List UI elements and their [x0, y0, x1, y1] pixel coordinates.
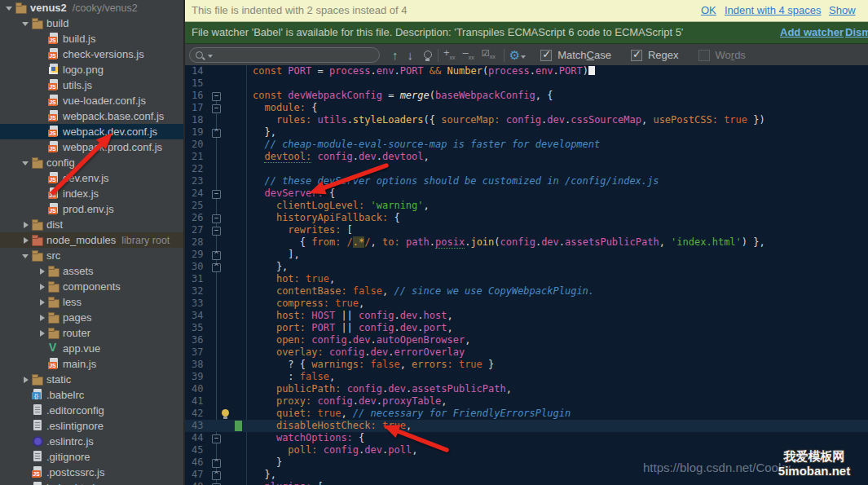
chevron-right-icon[interactable] [36, 328, 47, 339]
tree-item-main-js[interactable]: main.js [0, 356, 183, 372]
checkbox-icon[interactable] [540, 50, 552, 61]
chevron-right-icon[interactable] [20, 235, 31, 246]
tree-item-index-html[interactable]: index.html [0, 480, 183, 485]
tree-item-build[interactable]: build [0, 15, 183, 31]
select-all-occurrences-icon[interactable]: ☑xx [482, 47, 496, 63]
fold-open-icon[interactable]: − [212, 227, 221, 236]
code-line[interactable]: 17− module: { [185, 102, 868, 114]
tree-item-build-js[interactable]: build.js [0, 31, 183, 46]
watcher-banner-link-add-watcher[interactable]: Add watcher [780, 22, 844, 42]
tree-item-app-vue[interactable]: app.vue [0, 341, 183, 356]
chevron-right-icon[interactable] [36, 297, 47, 308]
toggle-match-case[interactable]: Match Case [540, 49, 611, 61]
code-line[interactable]: 43 disableHostCheck: true, [185, 420, 868, 432]
code-line[interactable]: 16−const devWebpackConfig = merge(baseWe… [185, 90, 868, 102]
toggle-words[interactable]: Words [698, 49, 746, 61]
fold-open-icon[interactable]: − [212, 190, 221, 199]
code-line[interactable]: 14const PORT = process.env.PORT && Numbe… [185, 65, 868, 77]
chevron-down-icon[interactable] [20, 18, 31, 29]
fold-open-icon[interactable]: − [212, 434, 221, 443]
tree-item-router[interactable]: router [0, 325, 183, 341]
tree-item--postcssrc-js[interactable]: .postcssrc.js [0, 465, 183, 480]
tree-item--babelrc[interactable]: .babelrc [0, 387, 183, 403]
code-line[interactable]: 22 [185, 163, 868, 175]
tree-item-prod-env-js[interactable]: prod.env.js [0, 201, 183, 217]
tree-item-logo-png[interactable]: logo.png [0, 62, 183, 77]
tree-item-venus2[interactable]: venus2/cooky/venus2 [0, 0, 183, 15]
search-history-chevron-icon[interactable] [208, 55, 213, 60]
fold-open-icon[interactable]: − [212, 104, 221, 113]
search-settings-gear-icon[interactable]: ⚙ [509, 48, 520, 63]
fold-open-icon[interactable]: − [212, 214, 221, 223]
code-editor[interactable]: 14const PORT = process.env.PORT && Numbe… [185, 65, 868, 485]
tree-item-webpack-base-conf-js[interactable]: webpack.base.conf.js [0, 108, 183, 124]
fold-close-icon[interactable]: ^ [212, 129, 221, 138]
code-line[interactable]: 25 clientLogLevel: 'warning', [185, 200, 868, 212]
toggle-regex[interactable]: Regex [631, 49, 679, 61]
remove-selection-icon[interactable]: –xx [463, 46, 474, 64]
tree-item-static[interactable]: static [0, 372, 183, 387]
previous-occurrence-icon[interactable]: ↑ [392, 49, 399, 61]
indent-banner-link-ok[interactable]: OK [701, 0, 716, 20]
chevron-right-icon[interactable] [36, 266, 47, 277]
tree-item-less[interactable]: less [0, 294, 183, 310]
tree-item-webpack-prod-conf-js[interactable]: webpack.prod.conf.js [0, 139, 183, 155]
code-line[interactable]: 42 quiet: true, // necessary for Friendl… [185, 408, 868, 420]
chevron-right-icon[interactable] [20, 219, 31, 231]
code-line[interactable]: 18 rules: utils.styleLoaders({ sourceMap… [185, 114, 868, 126]
code-line[interactable]: 19^ }, [185, 126, 868, 139]
indent-banner-link-show[interactable]: Show [829, 0, 856, 20]
tree-item-webpack-dev-conf-js[interactable]: webpack.dev.conf.js [0, 124, 183, 139]
tree-item-pages[interactable]: pages [0, 310, 183, 325]
tree-item--eslintrc-js[interactable]: .eslintrc.js [0, 434, 183, 449]
watcher-banner-link-dismiss[interactable]: Dismiss [845, 22, 868, 42]
fold-close-icon[interactable]: ^ [212, 263, 221, 272]
add-selection-icon[interactable]: +xx [443, 46, 456, 64]
tree-item-dev-env-js[interactable]: dev.env.js [0, 170, 183, 186]
tree-item-vue-loader-conf-js[interactable]: vue-loader.conf.js [0, 93, 183, 108]
indent-banner-link-indent-with-4-spaces[interactable]: Indent with 4 spaces [725, 0, 822, 20]
code-line[interactable]: 15 [185, 77, 868, 90]
gear-chevron-icon[interactable] [521, 55, 526, 61]
chevron-right-icon[interactable] [36, 281, 47, 293]
code-line[interactable]: 40 publicPath: config.dev.assetsPublicPa… [185, 383, 868, 395]
code-line[interactable]: 30^ }, [185, 261, 868, 273]
code-line[interactable]: 35 port: PORT || config.dev.port, [185, 322, 868, 334]
chevron-right-icon[interactable] [20, 374, 31, 386]
fold-close-icon[interactable]: ^ [212, 251, 221, 260]
tree-item-config[interactable]: config [0, 155, 183, 170]
intention-bulb-icon[interactable] [222, 409, 229, 417]
code-line[interactable]: 28 { from: /.*/, to: path.posix.join(con… [185, 236, 868, 249]
fold-close-icon[interactable]: ^ [212, 459, 221, 468]
tree-item-assets[interactable]: assets [0, 263, 183, 279]
code-line[interactable]: 23 // these devServer options should be … [185, 175, 868, 187]
highlight-all-icon[interactable] [422, 50, 433, 61]
code-line[interactable]: 41 proxy: config.dev.proxyTable, [185, 395, 868, 408]
code-line[interactable]: 31 hot: true, [185, 273, 868, 285]
tree-item--editorconfig[interactable]: .editorconfig [0, 403, 183, 418]
code-line[interactable]: 36 open: config.dev.autoOpenBrowser, [185, 334, 868, 346]
fold-open-icon[interactable]: − [212, 92, 221, 101]
fold-close-icon[interactable]: ^ [212, 471, 221, 480]
chevron-down-icon[interactable] [20, 250, 31, 262]
tree-item-check-versions-js[interactable]: check-versions.js [0, 46, 183, 62]
tree-item-src[interactable]: src [0, 248, 183, 263]
tree-item-utils-js[interactable]: utils.js [0, 77, 183, 93]
tree-item-components[interactable]: components [0, 279, 183, 294]
code-line[interactable]: 38 ? { warnings: false, errors: true } [185, 359, 868, 371]
code-line[interactable]: 26− historyApiFallback: { [185, 212, 868, 224]
code-line[interactable]: 20 // cheap-module-eval-source-map is fa… [185, 139, 868, 151]
tree-item-index-js[interactable]: index.js [0, 186, 183, 201]
search-input[interactable] [189, 47, 380, 63]
code-line[interactable]: 34 host: HOST || config.dev.host, [185, 310, 868, 322]
chevron-right-icon[interactable] [36, 312, 47, 324]
tree-item-node-modules[interactable]: node_moduleslibrary root [0, 232, 183, 248]
code-line[interactable]: 37 overlay: config.dev.errorOverlay [185, 346, 868, 359]
code-line[interactable]: 48− plugins: [ [185, 481, 868, 485]
code-line[interactable]: 24− devServer: { [185, 187, 868, 200]
code-line[interactable]: 44− watchOptions: { [185, 432, 868, 444]
code-line[interactable]: 39 : false, [185, 371, 868, 383]
code-line[interactable]: 32 contentBase: false, // since we use C… [185, 285, 868, 298]
tree-item-dist[interactable]: dist [0, 217, 183, 232]
code-line[interactable]: 29^ ], [185, 249, 868, 261]
